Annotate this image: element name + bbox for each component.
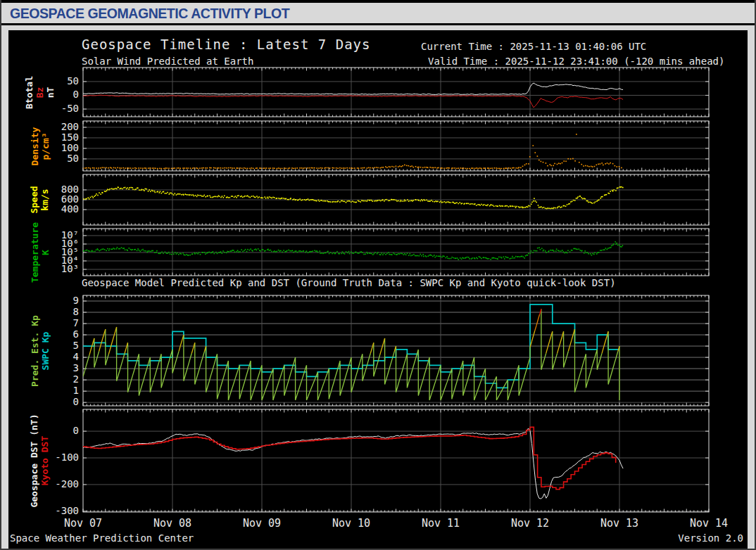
plot-title: Geospace Timeline : Latest 7 Days (82, 37, 371, 52)
x-tick-label: Nov 11 (409, 517, 472, 530)
y-tick-label: 50 (67, 75, 79, 87)
ylabel-line: K (39, 215, 50, 290)
y-tick-label: 6 (73, 328, 79, 340)
panel-density-series (82, 134, 622, 169)
y-tick-label: 50 (67, 153, 79, 164)
x-tick-label: Nov 12 (498, 517, 562, 530)
valid-time: Valid Time : 2025-11-12 23:41:00 (-120 m… (428, 56, 724, 67)
y-tick-label: 7 (73, 317, 79, 328)
y-tick-label: 3 (73, 362, 79, 373)
y-tick-label: 5 (73, 340, 79, 351)
panel-dst-series (83, 427, 623, 499)
y-tick-label: 100 (61, 142, 79, 153)
y-tick-label: 9 (73, 295, 79, 306)
ylabel-line: Temperature (29, 215, 39, 290)
y-tick-label: -200 (55, 478, 79, 490)
kp-section-title: Geospace Model Predicted Kp and DST (Gro… (82, 277, 616, 288)
page-title: GEOSPACE GEOMAGNETIC ACTIVITY PLOT (10, 5, 289, 22)
y-tick-label: 2 (73, 373, 79, 385)
y-tick-label: -50 (61, 103, 79, 114)
y-tick-label: 8 (73, 306, 79, 317)
y-tick-label: 0 (73, 396, 79, 407)
x-tick-label: Nov 09 (230, 517, 294, 530)
x-tick-label: Nov 08 (141, 517, 204, 530)
y-tick-label: 4 (73, 351, 79, 362)
footer-version: Version 2.0 (678, 532, 743, 544)
y-tick-label: 400 (61, 203, 79, 215)
y-tick-label: 0 (73, 425, 79, 436)
y-tick-label: 150 (61, 132, 79, 143)
footer-credit: Space Weather Prediction Center (10, 532, 194, 544)
y-tick-label: 1 (73, 385, 79, 396)
x-tick-label: Nov 13 (588, 517, 651, 530)
current-time: Current Time : 2025-11-13 01:40:06 UTC (421, 41, 646, 52)
x-tick-label: Nov 14 (677, 517, 741, 530)
chart-canvas (8, 30, 748, 550)
plot-subtitle: Solar Wind Predicted at Earth (82, 56, 253, 67)
header-divider (0, 23, 756, 25)
page: { "page": { "header_title": "GEOSPACE GE… (0, 0, 756, 550)
ylabel-line: Kyoto DST (39, 395, 50, 526)
ylabel-line: Geospace DST (nT) (29, 395, 39, 526)
x-tick-label: Nov 07 (51, 517, 115, 530)
panel-dst-ylabel: Geospace DST (nT)Kyoto DST (29, 395, 50, 526)
y-tick-label: 10³ (61, 263, 79, 274)
panel-temperature-ylabel: TemperatureK (29, 215, 50, 290)
x-tick-label: Nov 10 (320, 517, 383, 530)
page-header: GEOSPACE GEOMAGNETIC ACTIVITY PLOT (0, 3, 756, 23)
y-tick-label: 0 (73, 89, 79, 100)
geospace-plot: Geospace Timeline : Latest 7 Days Curren… (8, 30, 748, 550)
y-tick-label: -100 (55, 452, 79, 463)
y-tick-label: 200 (61, 121, 79, 132)
y-tick-label: -300 (55, 505, 79, 516)
